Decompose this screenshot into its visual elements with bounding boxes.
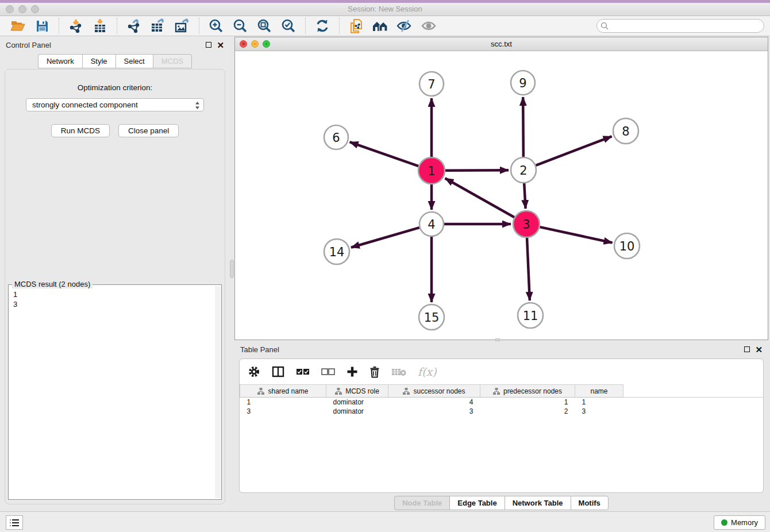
network-canvas[interactable]: 1234678910111415 bbox=[235, 51, 768, 340]
delete-column-button[interactable] bbox=[369, 366, 380, 378]
close-panel-button[interactable]: Close panel bbox=[118, 124, 179, 137]
add-column-button[interactable] bbox=[346, 366, 358, 377]
duplicate-network-button[interactable] bbox=[347, 18, 365, 34]
control-panel-title: Control Panel bbox=[6, 41, 51, 49]
float-panel-icon[interactable] bbox=[206, 42, 211, 48]
tab-edge-table[interactable]: Edge Table bbox=[449, 496, 504, 510]
export-network-button[interactable] bbox=[125, 18, 143, 34]
table-options-button[interactable] bbox=[248, 365, 260, 378]
optimization-criterion-select[interactable]: strongly connected component bbox=[26, 98, 204, 111]
export-table-button[interactable] bbox=[149, 18, 167, 34]
float-table-panel-icon[interactable] bbox=[744, 346, 750, 352]
graph-node-label-15: 15 bbox=[424, 311, 440, 325]
close-table-panel-icon[interactable]: ✕ bbox=[755, 345, 763, 354]
tab-network-table[interactable]: Network Table bbox=[505, 496, 571, 510]
import-network-button[interactable] bbox=[67, 18, 85, 34]
graph-node-label-6: 6 bbox=[332, 131, 340, 145]
toolbar-separator bbox=[59, 18, 59, 34]
result-scrollbar[interactable] bbox=[215, 286, 221, 498]
memory-button[interactable]: Memory bbox=[714, 515, 765, 530]
control-panel-tabs: Network Style Select MCDS bbox=[0, 54, 230, 68]
import-table-icon bbox=[93, 18, 107, 33]
search-icon bbox=[600, 22, 609, 30]
search-input[interactable] bbox=[596, 19, 764, 33]
network-window-titlebar[interactable]: ✕ − + scc.txt bbox=[235, 37, 768, 51]
column-header-successor-nodes[interactable]: successor nodes bbox=[388, 385, 480, 398]
deselect-all-rows-button[interactable] bbox=[321, 368, 335, 375]
list-icon bbox=[9, 518, 20, 527]
graph-node-label-11: 11 bbox=[523, 309, 538, 323]
graph-node-label-9: 9 bbox=[519, 76, 526, 90]
graph-edge-3-11[interactable] bbox=[527, 238, 530, 300]
split-pane-handle-vertical[interactable] bbox=[230, 260, 234, 278]
mcds-panel: Optimization criterion: strongly connect… bbox=[5, 69, 225, 504]
table-panel-title: Table Panel bbox=[240, 345, 279, 354]
node-table-container: f(x) shared name MCDS role success bbox=[239, 358, 764, 493]
plus-icon bbox=[346, 366, 358, 377]
tree-icon bbox=[403, 388, 410, 395]
tree-icon bbox=[335, 388, 342, 395]
zoom-fit-button[interactable] bbox=[255, 18, 274, 34]
zoom-fit-icon bbox=[257, 18, 272, 33]
toolbar-separator bbox=[117, 18, 117, 34]
tab-motifs[interactable]: Motifs bbox=[571, 496, 609, 510]
open-folder-icon bbox=[10, 19, 25, 33]
tab-style[interactable]: Style bbox=[82, 54, 116, 68]
zoom-out-button[interactable] bbox=[231, 18, 249, 34]
column-header-mcds-role[interactable]: MCDS role bbox=[326, 385, 388, 398]
table-row[interactable]: 1 dominator 4 1 1 bbox=[240, 398, 764, 407]
export-image-button[interactable] bbox=[173, 18, 191, 34]
app-title: Session: New Session bbox=[0, 5, 770, 13]
graph-edge-2-3[interactable] bbox=[524, 183, 525, 209]
graph-node-label-3: 3 bbox=[522, 218, 530, 232]
main-toolbar bbox=[0, 16, 770, 36]
table-row[interactable]: 3 dominator 3 2 3 bbox=[240, 407, 764, 416]
show-all-button[interactable] bbox=[419, 18, 438, 34]
graph-edge-3-10[interactable] bbox=[540, 227, 612, 242]
graph-edge-2-8[interactable] bbox=[536, 136, 611, 165]
mcds-result-text[interactable]: 1 3 bbox=[9, 287, 214, 499]
graph-node-label-10: 10 bbox=[619, 240, 635, 253]
select-all-rows-button[interactable] bbox=[296, 368, 310, 375]
close-panel-icon[interactable]: ✕ bbox=[217, 41, 224, 49]
graph-edge-3-1[interactable] bbox=[445, 178, 515, 217]
graph-edge-1-2[interactable] bbox=[445, 170, 509, 171]
tab-node-table[interactable]: Node Table bbox=[394, 496, 449, 510]
hide-selected-button[interactable] bbox=[395, 18, 414, 34]
column-header-shared-name[interactable]: shared name bbox=[240, 385, 326, 398]
show-columns-button[interactable] bbox=[272, 366, 284, 377]
run-mcds-button[interactable]: Run MCDS bbox=[51, 124, 110, 137]
search-field-wrap bbox=[596, 19, 764, 33]
zoom-in-button[interactable] bbox=[207, 18, 225, 34]
node-table: shared name MCDS role successor nodes pr… bbox=[240, 384, 763, 416]
table-header-row: shared name MCDS role successor nodes pr… bbox=[240, 385, 764, 398]
tab-mcds[interactable]: MCDS bbox=[153, 54, 192, 68]
graph-node-label-4: 4 bbox=[428, 218, 435, 232]
tree-icon bbox=[493, 388, 500, 395]
app-titlebar: Session: New Session bbox=[0, 3, 770, 16]
tab-network[interactable]: Network bbox=[38, 54, 82, 68]
graph-edge-1-6[interactable] bbox=[350, 142, 419, 166]
panel-list-button[interactable] bbox=[6, 515, 23, 530]
export-image-icon bbox=[174, 18, 190, 33]
table-toolbar: f(x) bbox=[240, 359, 763, 384]
hide-eye-icon bbox=[396, 19, 413, 33]
graph-edge-2-9[interactable] bbox=[523, 97, 523, 157]
import-table-button[interactable] bbox=[91, 18, 109, 34]
tree-icon bbox=[257, 388, 264, 395]
toolbar-separator bbox=[339, 18, 340, 34]
houses-icon bbox=[372, 19, 389, 33]
delete-table-button-disabled bbox=[391, 367, 406, 376]
save-session-button[interactable] bbox=[33, 18, 51, 34]
open-session-button[interactable] bbox=[9, 18, 27, 34]
column-header-predecessor-nodes[interactable]: predecessor nodes bbox=[480, 385, 575, 398]
network-window-title: scc.txt bbox=[235, 40, 768, 48]
refresh-layout-button[interactable] bbox=[313, 18, 332, 34]
column-header-name[interactable]: name bbox=[575, 385, 623, 398]
first-neighbors-button[interactable] bbox=[371, 18, 390, 34]
graph-edge-4-14[interactable] bbox=[351, 228, 419, 248]
optimization-criterion-label: Optimization criterion: bbox=[5, 83, 225, 92]
tab-select[interactable]: Select bbox=[116, 54, 153, 68]
header-filler bbox=[623, 385, 764, 398]
zoom-selected-button[interactable] bbox=[279, 18, 298, 34]
